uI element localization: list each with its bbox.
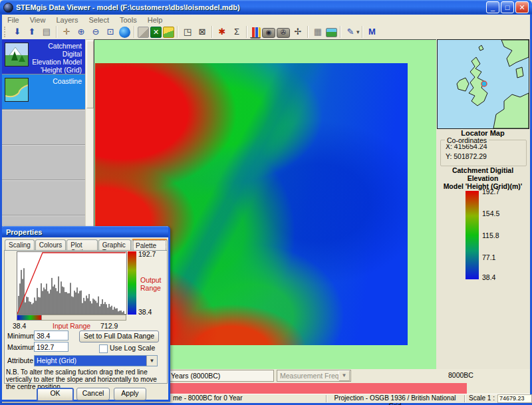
locator-position-marker bbox=[481, 81, 487, 86]
toolbar-separator bbox=[362, 26, 363, 38]
right-panel: Locator Map Co-ordinates X: 415654.24 Y:… bbox=[436, 39, 530, 369]
locator-map[interactable] bbox=[437, 39, 529, 129]
menu-tools[interactable]: Tools bbox=[114, 16, 142, 24]
minimum-label: Minimum bbox=[7, 332, 36, 340]
apply-button[interactable]: Apply bbox=[114, 388, 146, 400]
layer-item-dem[interactable]: Catchment Digital Elevation Model 'Heigh… bbox=[2, 39, 85, 74]
properties-dialog: Properties Scaling Colours Plot Options … bbox=[0, 226, 170, 402]
legend-tick: 154.5 bbox=[482, 209, 499, 217]
set-full-range-button[interactable]: Set to Full Data Range bbox=[79, 331, 159, 342]
use-log-scale-checkbox[interactable] bbox=[99, 344, 108, 353]
toolbar-separator bbox=[307, 26, 309, 38]
statusbar-divider bbox=[464, 395, 466, 402]
menu-layers[interactable]: Layers bbox=[51, 16, 83, 24]
scale-label: Scale 1 : bbox=[469, 394, 495, 402]
ok-button[interactable]: OK bbox=[37, 388, 74, 402]
menu-select[interactable]: Select bbox=[83, 16, 114, 24]
attribute-label: Attribute bbox=[7, 356, 33, 364]
output-range-label: Output bbox=[140, 276, 162, 284]
pan-icon[interactable]: ✛ bbox=[60, 25, 73, 39]
toolbar-separator bbox=[177, 26, 178, 38]
coordinates-title: Co-ordinates bbox=[445, 136, 489, 144]
attribute-selected-value: Height (Grid) bbox=[35, 356, 146, 366]
time-slider-bar[interactable] bbox=[168, 383, 467, 394]
output-range-color-ramp bbox=[128, 251, 136, 315]
minimum-field[interactable]: 38.4 bbox=[34, 331, 68, 340]
legend-tick: 38.4 bbox=[482, 273, 495, 281]
legend-tick: 115.8 bbox=[482, 231, 499, 239]
toolbar-separator bbox=[56, 26, 57, 38]
import-layer-icon[interactable]: ⬇ bbox=[11, 25, 24, 39]
use-log-scale-label: Use Log Scale bbox=[110, 344, 155, 352]
toolbar-separator bbox=[211, 26, 213, 38]
statistics-sigma-icon[interactable]: Σ bbox=[230, 25, 243, 39]
time-units-box: Years (8000BC) bbox=[168, 370, 274, 382]
stemgis-window: STEMgis Data Viewer - model (F:\customer… bbox=[0, 0, 532, 405]
menu-help[interactable]: Help bbox=[142, 16, 168, 24]
snapshot-camera-icon[interactable]: ◉ bbox=[262, 28, 275, 38]
coordinate-y: Y: 501872.29 bbox=[446, 152, 526, 160]
coordinates-box: Co-ordinates X: 415654.24 Y: 501872.29 bbox=[440, 140, 527, 166]
movie-camera-icon[interactable]: ✇ bbox=[277, 28, 290, 38]
toolbar-separator bbox=[340, 26, 341, 38]
dropdown-arrow-icon[interactable]: ▼ bbox=[338, 370, 350, 381]
menu-file[interactable]: File bbox=[2, 16, 25, 24]
output-range-label: Range bbox=[140, 284, 161, 292]
window-title: STEMgis Data Viewer - model (F:\customer… bbox=[16, 3, 485, 11]
legend-tick: 192.7 bbox=[482, 188, 499, 196]
chart-icon[interactable] bbox=[250, 27, 261, 39]
menu-bar: File View Layers Select Tools Help bbox=[2, 15, 530, 25]
empty-layer-slot bbox=[2, 145, 85, 180]
maximum-field[interactable]: 192.7 bbox=[34, 342, 68, 352]
legend-tick: 77.1 bbox=[482, 253, 495, 261]
dropdown-arrow-icon[interactable]: ▼ bbox=[146, 356, 157, 366]
status-projection-text: Projection - OSGB 1936 / British Nationa… bbox=[328, 394, 462, 405]
legend-color-ramp bbox=[466, 191, 479, 279]
scale-value-field[interactable]: 74679.23 bbox=[497, 394, 532, 403]
image-icon[interactable] bbox=[326, 28, 337, 37]
attribute-table-icon[interactable]: ▦ bbox=[311, 25, 325, 39]
empty-layer-slot bbox=[2, 180, 85, 215]
output-max-label: 192.7 bbox=[138, 250, 156, 258]
zoom-out-icon[interactable]: ⊖ bbox=[89, 25, 102, 39]
coastline-layer-thumbnail bbox=[5, 78, 29, 102]
input-max-label: 712.9 bbox=[100, 322, 118, 330]
export-layer-icon[interactable]: ⬆ bbox=[25, 25, 39, 39]
toolbar-separator bbox=[246, 26, 247, 38]
select-features-icon[interactable]: ◳ bbox=[181, 25, 194, 39]
layers-scrollbar-thumb[interactable] bbox=[86, 41, 94, 108]
remove-map-icon[interactable]: ✕ bbox=[150, 27, 162, 38]
deselect-features-icon[interactable]: ⊠ bbox=[196, 25, 209, 39]
movie-export-icon[interactable]: M bbox=[366, 25, 379, 39]
attribute-dropdown[interactable]: Height (Grid) ▼ bbox=[34, 355, 158, 366]
measurement-frequency-dropdown[interactable]: Measurement Frequency ▼ bbox=[277, 370, 351, 382]
title-bar[interactable]: STEMgis Data Viewer - model (F:\customer… bbox=[0, 0, 532, 15]
maximum-label: Maximum bbox=[7, 343, 38, 351]
add-point-icon[interactable]: ✢ bbox=[291, 25, 305, 39]
maximize-button[interactable]: □ bbox=[501, 1, 514, 13]
open-map-icon[interactable] bbox=[163, 27, 174, 38]
input-range-strip bbox=[42, 315, 126, 321]
cancel-button[interactable]: Cancel bbox=[76, 388, 110, 400]
close-button[interactable]: ✕ bbox=[515, 1, 529, 13]
output-min-label: 38.4 bbox=[138, 308, 152, 316]
zoom-extent-globe-icon[interactable] bbox=[119, 27, 130, 38]
style-wand-icon[interactable]: ✱ bbox=[215, 25, 229, 39]
layer-item-coastline[interactable]: Coastline bbox=[2, 74, 85, 110]
statusbar-divider bbox=[326, 395, 327, 402]
legend-title: Catchment Digitial Elevation Model 'Heig… bbox=[436, 166, 529, 190]
draw-tool-icon[interactable]: ✎ bbox=[344, 25, 357, 39]
dem-layer-thumbnail bbox=[5, 43, 29, 67]
minimize-button[interactable]: _ bbox=[486, 1, 499, 13]
histogram-plot[interactable] bbox=[17, 251, 127, 315]
menu-view[interactable]: View bbox=[25, 16, 51, 24]
toolbar-grip bbox=[4, 27, 8, 37]
draw-tool-caret-icon[interactable]: ▾ bbox=[356, 29, 360, 35]
zoom-in-icon[interactable]: ⊕ bbox=[74, 25, 88, 39]
empty-layer-slot bbox=[2, 110, 85, 145]
zoom-window-icon[interactable]: ⊡ bbox=[104, 25, 117, 39]
previous-map-icon[interactable] bbox=[138, 27, 149, 38]
status-time-text: me - 8000BC for 0 Year bbox=[173, 394, 243, 402]
print-icon[interactable]: ▤ bbox=[40, 25, 53, 39]
properties-dialog-titlebar[interactable]: Properties bbox=[2, 226, 168, 237]
